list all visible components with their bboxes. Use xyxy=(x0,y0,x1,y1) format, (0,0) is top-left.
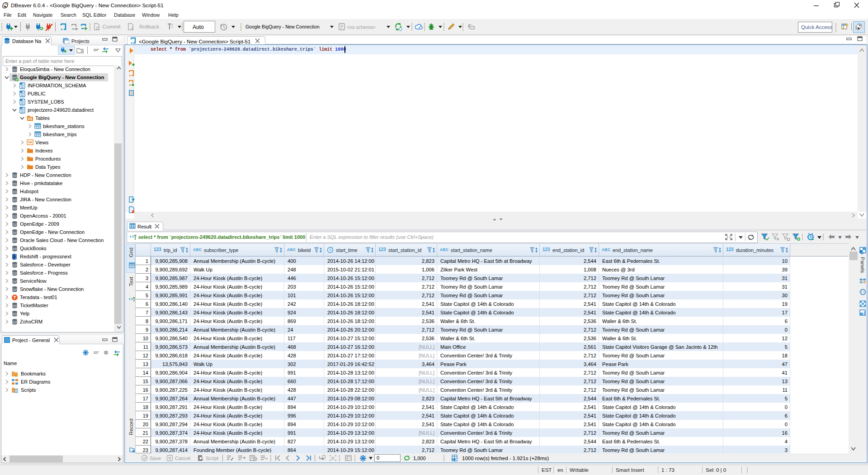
svg-text:D: D xyxy=(331,456,335,461)
